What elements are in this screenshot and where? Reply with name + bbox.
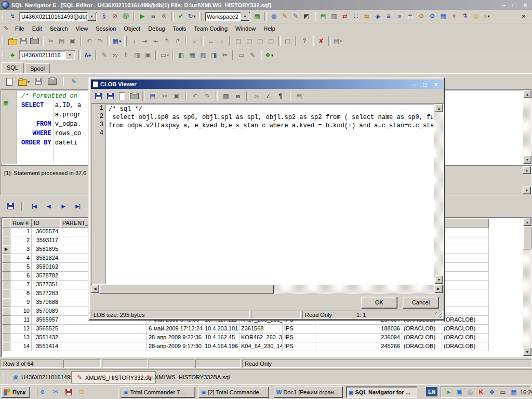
tray-users-icon[interactable]: ❖ [487, 388, 497, 397]
editor-vscrollbar[interactable]: ▲ ▼ [523, 90, 531, 164]
grid-cell[interactable] [442, 236, 489, 245]
clob-preview-icon[interactable] [117, 92, 127, 101]
grid-vscrollbar[interactable]: ▲ ▼ [523, 218, 531, 356]
checker-icon[interactable]: ◩ [301, 12, 312, 21]
grid-cell[interactable]: 10 [10, 307, 32, 316]
table-row[interactable]: 13355143228-апр-2009 9:22:3610.4.162.45K… [2, 334, 489, 342]
dropdown-caret-icon[interactable]: ▾ [488, 12, 490, 21]
tray-volume-icon[interactable]: ◎ [465, 388, 475, 397]
roadmap-icon[interactable]: » [394, 12, 405, 21]
row-selector[interactable]: ▶ [2, 245, 10, 254]
more-actions-icon[interactable]: »▾ [482, 12, 492, 21]
uncomment-icon[interactable]: ▢ [255, 37, 265, 46]
grid-cell[interactable]: 3 [10, 245, 32, 254]
toolbar-grip[interactable] [3, 36, 5, 46]
row-selector[interactable] [2, 298, 10, 307]
menu-search[interactable]: Search [46, 24, 72, 33]
clob-titlebar[interactable]: CLOB Viewer –□× [91, 79, 443, 89]
bookshelf-icon[interactable]: ▤▾ [332, 37, 343, 46]
grid-cell[interactable] [442, 254, 489, 263]
xy-icon[interactable]: xy [110, 51, 121, 60]
clob-text-area[interactable]: 1234 /* sql */ select objl.sp0 as sp0, o… [91, 103, 444, 285]
grid-cell[interactable]: (ORACLOB) [442, 316, 489, 325]
edit-object-icon[interactable]: ✎ [280, 12, 290, 21]
grid-scroll-up-icon[interactable]: ▲ [523, 218, 531, 226]
clob-redo-icon[interactable]: ↷ [202, 92, 212, 101]
taskbar-button-4[interactable]: ◉SQL Navigator for ... [346, 387, 417, 398]
row-selector[interactable] [2, 263, 10, 272]
grid-header-id[interactable]: ID [32, 219, 60, 228]
grid-cell[interactable]: 3605574 [32, 228, 60, 236]
grid-cell[interactable]: 12 [10, 325, 32, 334]
clock-quick-icon[interactable]: ⊙ [76, 388, 87, 396]
check-syntax-icon[interactable]: ✔ [176, 12, 186, 21]
grid-cell[interactable]: 7 [10, 281, 32, 289]
grid-cell[interactable]: 3551432 [32, 334, 60, 342]
explain-plan-icon[interactable]: ≡ [383, 12, 394, 21]
macro-icon[interactable]: ▢ [283, 37, 293, 46]
row-selector[interactable] [2, 254, 10, 263]
row-selector[interactable] [2, 281, 10, 289]
clob-text[interactable]: /* sql */ select objl.sp0 as sp0, objl.s… [109, 105, 433, 138]
grid-cell[interactable]: 3581824 [32, 254, 60, 263]
edit-data-icon[interactable]: ✎ [69, 77, 79, 86]
grid-header-col[interactable] [442, 219, 489, 228]
dropdown-caret-icon[interactable]: ▾ [340, 37, 342, 46]
wrap-icon[interactable]: ▢ [233, 37, 244, 46]
minimize-button[interactable]: – [498, 1, 509, 10]
grid-scroll-thumb[interactable] [523, 227, 531, 249]
row-selector[interactable] [2, 228, 10, 236]
swap-icon[interactable]: ⇄ [340, 12, 350, 21]
next-record-icon[interactable]: ▶ [58, 202, 69, 211]
menu-team-coding[interactable]: Team Coding [190, 24, 231, 33]
open-file-icon[interactable] [7, 37, 18, 46]
sound-icon[interactable]: ▣ [143, 51, 153, 60]
row-selector[interactable] [2, 272, 10, 281]
edit-form-icon[interactable]: ✎ [247, 51, 258, 60]
toolbar-grip[interactable] [199, 12, 202, 21]
grid-cell[interactable]: KOR462_260_37 [240, 334, 283, 342]
grid-cell[interactable]: 245266 [315, 342, 402, 351]
clob-select-all-icon[interactable]: ▥ [221, 92, 231, 101]
dependencies-icon[interactable]: ◈ [373, 12, 383, 21]
ok-button[interactable]: OK [361, 297, 397, 309]
first-record-icon[interactable]: |◀ [29, 202, 39, 211]
options-gear-icon[interactable]: ⚙ [416, 12, 427, 21]
grid-cell[interactable]: IPS [283, 334, 315, 342]
tray-antivirus-icon[interactable]: K [476, 388, 486, 397]
java-icon[interactable]: ☕ [405, 12, 416, 21]
connection-combo[interactable]: U436X02110161499@db(1▼ [19, 12, 97, 21]
tray-update-icon[interactable]: ➤ [443, 388, 454, 397]
grid-cell[interactable]: 1 [10, 228, 32, 236]
statement-marker-icon[interactable]: ▦ [3, 99, 8, 106]
doc-tab-history332ba[interactable]: ✎ XMLWS_HISTORY332BA.sql [141, 372, 232, 382]
snippets-icon[interactable]: ✂ [220, 51, 230, 60]
find-objects-icon[interactable]: ◍ [269, 12, 279, 21]
grid-cell[interactable]: 10.4.164.196 [203, 342, 240, 351]
clob-copy-icon[interactable]: ▤ [148, 92, 158, 101]
compare-icon[interactable]: ⇆ [362, 12, 372, 21]
execute-icon[interactable]: ▶ [137, 12, 148, 21]
grid-cell[interactable]: 10.4.162.45 [203, 334, 240, 342]
start-button[interactable]: Пуск [1, 387, 30, 398]
grid-cell[interactable] [60, 342, 147, 351]
tray-network-icon[interactable]: ▣ [454, 388, 464, 397]
clob-scroll-down-icon[interactable]: ▼ [435, 275, 443, 284]
row-selector[interactable] [2, 307, 10, 316]
grid-cell[interactable]: 14 [10, 342, 32, 351]
alert-icon[interactable]: ‼ [121, 51, 131, 60]
grid-cell[interactable]: 6-май-2009 17:12:24 [147, 325, 203, 334]
grid-header-row-[interactable]: Row # [10, 219, 32, 228]
grid-cell[interactable]: (ORACLOB) [402, 325, 442, 334]
grid-cell[interactable] [442, 228, 489, 236]
cancel-button[interactable]: Cancel [403, 297, 439, 309]
clob-save-icon[interactable] [93, 92, 103, 101]
window-titlebar[interactable]: SQL Navigator 5 - [SQL Editor - U436X021… [0, 0, 532, 10]
grid-cell[interactable]: 8 [10, 289, 32, 298]
grid-view-icon[interactable]: ◧ [176, 51, 187, 60]
grid-cell[interactable]: 10.4.203.101 [203, 325, 240, 334]
resize-grip[interactable] [435, 312, 442, 318]
pause-icon[interactable]: ▮▮ [148, 12, 158, 21]
describe-icon[interactable]: A+ [83, 51, 93, 60]
format-combo-icon[interactable]: ▭▾ [159, 51, 170, 60]
